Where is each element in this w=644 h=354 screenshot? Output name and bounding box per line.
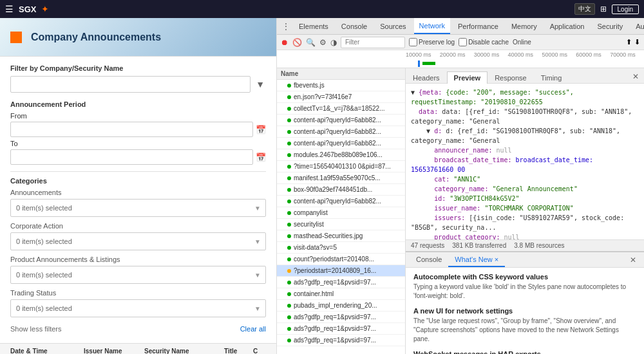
file-item-visit-data[interactable]: visit-data?sv=5 bbox=[277, 242, 405, 254]
console-close-button[interactable]: ✕ bbox=[626, 254, 640, 266]
preserve-log-text: Preserve log bbox=[419, 39, 455, 46]
corporate-action-wrapper: 0 item(s) selected ▼ bbox=[10, 232, 266, 250]
from-date-input[interactable] bbox=[10, 122, 253, 137]
file-item-count[interactable]: count?periodstart=201408... bbox=[277, 254, 405, 265]
file-item-content-api-3[interactable]: content-api?queryId=6abb82... bbox=[277, 138, 405, 149]
filter-settings-icon[interactable]: ⚙ bbox=[319, 38, 327, 47]
file-item-content-api-2[interactable]: content-api?queryId=6abb82... bbox=[277, 126, 405, 138]
status-dot bbox=[287, 107, 291, 111]
import-icon[interactable]: ⬆ bbox=[626, 38, 632, 46]
announcements-select[interactable]: 0 item(s) selected bbox=[10, 199, 266, 217]
from-calendar-icon[interactable]: 📅 bbox=[256, 125, 266, 135]
file-item-collect[interactable]: collectTv=1&_v=j78&a=18522... bbox=[277, 103, 405, 115]
file-item-companylist[interactable]: companylist bbox=[277, 207, 405, 219]
file-item-period[interactable]: ?periodstart=20140809_16... bbox=[277, 265, 405, 277]
preserve-log-label[interactable]: Preserve log bbox=[409, 38, 455, 46]
from-label: From bbox=[10, 112, 266, 120]
show-less-filters-link[interactable]: Show less filters bbox=[10, 325, 61, 333]
tab-preview[interactable]: Preview bbox=[447, 71, 488, 84]
col-date-time: Date & Time bbox=[10, 348, 81, 354]
to-date-input[interactable] bbox=[10, 149, 253, 165]
network-filter-input[interactable] bbox=[341, 37, 405, 48]
table-header-row: Date & Time Issuer Name Security Name Ti… bbox=[0, 343, 276, 354]
file-item-time[interactable]: ?time=156540401310 0&pid=87... bbox=[277, 161, 405, 172]
filters-row: Show less filters Clear all bbox=[10, 322, 266, 333]
clear-all-link[interactable]: Clear all bbox=[240, 325, 266, 333]
grid-icon[interactable]: ⊞ bbox=[600, 5, 607, 14]
timeline-bar: 10000 ms 20000 ms 30000 ms 40000 ms 5000… bbox=[277, 50, 644, 68]
devtools-menu-icon[interactable]: ⋮ bbox=[281, 21, 291, 32]
disable-cache-label[interactable]: Disable cache bbox=[459, 38, 509, 46]
login-button[interactable]: Login bbox=[612, 5, 639, 14]
preserve-log-checkbox[interactable] bbox=[409, 38, 417, 46]
download-icon[interactable]: ⬇ bbox=[634, 38, 640, 46]
file-item-box[interactable]: box-90f0a29ef7448451db... bbox=[277, 184, 405, 196]
status-dot bbox=[287, 130, 291, 134]
file-item-en-json[interactable]: en.json?v=73f416e7 bbox=[277, 91, 405, 103]
tab-whats-new[interactable]: What's New × bbox=[448, 252, 505, 267]
file-item-ads-4[interactable]: ads?gdfp_req=1&pvsid=97... bbox=[277, 335, 405, 346]
tab-headers[interactable]: Headers bbox=[406, 71, 447, 84]
tab-memory[interactable]: Memory bbox=[506, 18, 542, 34]
console-entry-network-settings: A new UI for network settings The "Use l… bbox=[413, 307, 636, 344]
file-item-masthead[interactable]: masthead-Securities.jpg bbox=[277, 230, 405, 242]
file-item-manifest[interactable]: manifest.1a9f59a55e9070c5... bbox=[277, 172, 405, 184]
corporate-action-select[interactable]: 0 item(s) selected bbox=[10, 232, 266, 250]
file-item-content-api-1[interactable]: content-api?queryId=6abb82... bbox=[277, 115, 405, 126]
file-item-fbevents[interactable]: fbevents.js bbox=[277, 80, 405, 91]
tab-application[interactable]: Application bbox=[545, 18, 590, 34]
to-label: To bbox=[10, 140, 266, 147]
status-dot bbox=[287, 95, 291, 99]
request-count: 47 requests bbox=[411, 242, 444, 249]
product-announcements-select[interactable]: 0 item(s) selected bbox=[10, 266, 266, 284]
tab-security[interactable]: Security bbox=[592, 18, 628, 34]
company-search-input[interactable] bbox=[10, 76, 251, 93]
file-item-modules[interactable]: modules.2467be88b089e106... bbox=[277, 149, 405, 161]
file-list-header: Name bbox=[277, 68, 405, 80]
sgx-logo: SGX bbox=[19, 5, 36, 14]
json-meta: ▼ {meta: {code: "200", message: "success… bbox=[411, 88, 639, 107]
trading-status-select[interactable]: 0 item(s) selected bbox=[10, 299, 266, 317]
file-item-pubads[interactable]: pubads_impl_rendering_20... bbox=[277, 300, 405, 312]
to-date-row: 📅 bbox=[10, 149, 266, 165]
file-item-securitylist[interactable]: securitylist bbox=[277, 219, 405, 230]
sgx-star-icon: ✦ bbox=[41, 4, 49, 14]
product-announcements-label: Product Announcements & Listings bbox=[10, 256, 266, 263]
status-dot bbox=[287, 211, 291, 215]
tl-label-3: 30000 ms bbox=[474, 51, 508, 58]
file-item-content-api-4[interactable]: content-api?queryId=6abb82... bbox=[277, 196, 405, 207]
detail-close-button[interactable]: ✕ bbox=[627, 70, 644, 83]
file-item-ads-1[interactable]: ads?gdfp_req=1&pvsid=97... bbox=[277, 277, 405, 288]
status-dot bbox=[287, 327, 291, 331]
status-dot bbox=[287, 165, 291, 169]
file-item-container[interactable]: container.html bbox=[277, 288, 405, 300]
tab-elements[interactable]: Elements bbox=[294, 18, 334, 34]
tab-network[interactable]: Network bbox=[414, 18, 450, 34]
file-item-ads-3[interactable]: ads?gdfp_req=1&pvsid=97... bbox=[277, 323, 405, 335]
col-issuer-name: Issuer Name bbox=[84, 348, 142, 354]
tab-sources[interactable]: Sources bbox=[375, 18, 411, 34]
detail-content: ▼ {meta: {code: "200", message: "success… bbox=[406, 84, 644, 239]
tab-timing[interactable]: Timing bbox=[534, 71, 569, 84]
left-content: Filter by Company/Security Name ▼ Announ… bbox=[0, 57, 276, 343]
tab-console-main[interactable]: Console bbox=[410, 252, 448, 267]
clear-icon[interactable]: 🚫 bbox=[292, 38, 302, 47]
console-tabs: Console What's New × ✕ bbox=[406, 252, 644, 268]
tab-performance[interactable]: Performance bbox=[453, 18, 504, 34]
disable-cache-checkbox[interactable] bbox=[459, 38, 467, 46]
tab-response[interactable]: Response bbox=[488, 71, 534, 84]
file-item-ads-2[interactable]: ads?gdfp_req=1&pvsid=97... bbox=[277, 312, 405, 323]
record-icon[interactable]: ⏺ bbox=[281, 38, 289, 47]
tab-console[interactable]: Console bbox=[336, 18, 372, 34]
language-button[interactable]: 中文 bbox=[574, 3, 595, 15]
tab-audits[interactable]: Audits bbox=[630, 18, 644, 34]
menu-icon[interactable]: ☰ bbox=[5, 4, 14, 14]
console-entry-autocomplete: Autocomplete with CSS keyword values Typ… bbox=[413, 273, 636, 301]
page-title: Company Announcements bbox=[31, 32, 161, 43]
search-icon[interactable]: 🔍 bbox=[306, 38, 316, 47]
json-product-cat: product_category: null bbox=[411, 232, 639, 239]
to-calendar-icon[interactable]: 📅 bbox=[256, 153, 266, 162]
status-dot bbox=[287, 281, 291, 284]
filter-icon-button[interactable]: ▼ bbox=[254, 78, 266, 91]
invert-icon[interactable]: ◑ bbox=[330, 38, 337, 47]
